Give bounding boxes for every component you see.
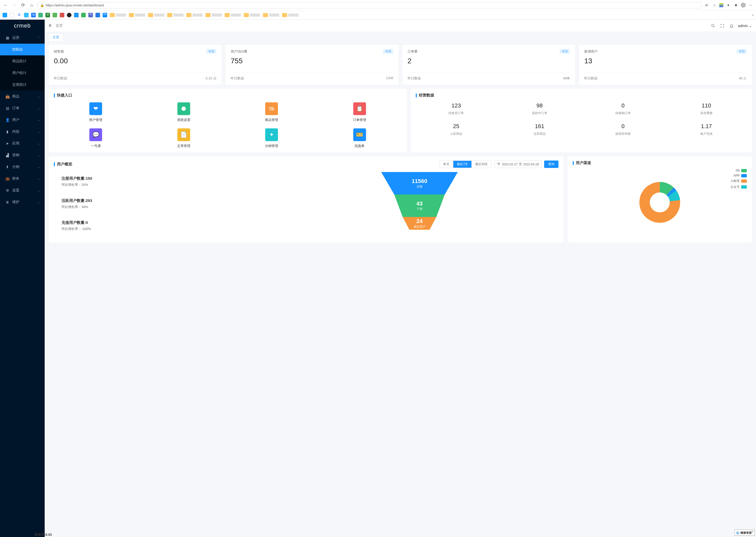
funnel-slice: 43下单: [394, 194, 445, 217]
biz-item[interactable]: 25上架商品: [416, 123, 497, 136]
bookmark-icon[interactable]: [3, 13, 7, 17]
bookmark-icon[interactable]: G: [17, 13, 21, 17]
date-range-input[interactable]: 2022-02-27 至 2022-03-28: [494, 161, 542, 168]
sidebar-item-商品[interactable]: 👜商品⌄: [0, 91, 45, 103]
bookmark-icon[interactable]: N: [88, 13, 93, 17]
bookmark-icon[interactable]: [10, 13, 14, 17]
bookmark-icon[interactable]: [38, 13, 43, 17]
favorite-icon[interactable]: ☆: [712, 2, 717, 8]
legend-item[interactable]: H5: [731, 169, 747, 172]
ext-1-icon[interactable]: [719, 3, 723, 7]
menu-icon[interactable]: ⋯: [748, 2, 753, 8]
user-overview-title: 用户概览: [54, 162, 72, 167]
bookmark-icon[interactable]: [60, 13, 64, 17]
biz-item[interactable]: 161仓库商品: [499, 123, 580, 136]
seg-昨天[interactable]: 昨天: [440, 161, 453, 168]
ext-3-icon[interactable]: ✚: [733, 2, 739, 8]
bookmark-icon[interactable]: [24, 13, 28, 17]
stat-title: 订单量: [408, 49, 418, 54]
bookmark-folder[interactable]: [186, 13, 203, 17]
sidebar-item-营销[interactable]: ▟营销⌄: [0, 149, 45, 161]
bookmark-icon[interactable]: [74, 13, 79, 17]
watermark-logo-icon: ‹|›: [736, 531, 739, 535]
biz-item[interactable]: 0提现待审核: [582, 123, 663, 136]
search-icon[interactable]: [708, 21, 718, 30]
bookmark-folder[interactable]: [205, 13, 222, 17]
sidebar: crm°eb ▦运营⌄控制台商品统计用户统计交易统计👜商品⌄▤订单⌄👤用户⌄▮内…: [0, 20, 45, 537]
sidebar-subitem-控制台[interactable]: 控制台: [0, 44, 45, 55]
stat-tag[interactable]: 今日: [560, 49, 570, 54]
bookmark-folder[interactable]: [282, 13, 299, 17]
bookmark-folder[interactable]: [110, 13, 126, 17]
sidebar-subitem-用户统计[interactable]: 用户统计: [0, 67, 45, 79]
biz-item[interactable]: 1.17账户充值: [666, 123, 747, 136]
ext-2-icon[interactable]: ✦: [725, 2, 731, 8]
grid-icon: ▦: [5, 36, 10, 40]
bookmark-folder[interactable]: [225, 13, 241, 17]
collapse-menu-icon[interactable]: ≡: [49, 23, 52, 28]
fullscreen-icon[interactable]: [718, 21, 727, 30]
bookmark-folder[interactable]: [167, 13, 184, 17]
sidebar-item-内容[interactable]: ▮内容⌄: [0, 126, 45, 138]
bookmark-icon[interactable]: 知: [31, 13, 36, 17]
sidebar-item-维护[interactable]: 🖥维护⌄: [0, 196, 45, 208]
bookmark-folder[interactable]: [129, 13, 146, 17]
quick-item-优惠券[interactable]: 🎫优惠券: [317, 128, 401, 148]
business-data-card: 经营数据 123待发货订单98退款中订单0待核销订单110库存预警25上架商品1…: [411, 89, 752, 152]
sidebar-item-设置[interactable]: ⚙设置⌄: [0, 185, 45, 196]
sidebar-subitem-交易统计[interactable]: 交易统计: [0, 79, 45, 91]
chevron-down-icon: ⌄: [37, 201, 40, 204]
seg-最近7天[interactable]: 最近7天: [453, 161, 472, 168]
quick-item-分销管理[interactable]: ✦分销管理: [230, 128, 314, 148]
bookmark-folder[interactable]: [263, 13, 279, 17]
tab-home[interactable]: 主页: [49, 33, 63, 41]
biz-item[interactable]: 110库存预警: [666, 103, 747, 115]
nav-home-icon[interactable]: ⌂: [28, 2, 35, 8]
sidebar-logo[interactable]: crm°eb: [0, 20, 45, 32]
quick-item-一号通[interactable]: 💬一号通: [54, 128, 138, 148]
stat-tag[interactable]: 今日: [383, 49, 393, 54]
avatar-icon[interactable]: [741, 3, 746, 8]
biz-item[interactable]: 123待发货订单: [416, 103, 497, 115]
sidebar-item-用户[interactable]: 👤用户⌄: [0, 114, 45, 126]
url-bar[interactable]: 🔒 https://admin.java.crmeb.net/dashboard: [37, 2, 701, 8]
read-aloud-icon[interactable]: A⁾: [704, 2, 710, 8]
quick-item-系统设置[interactable]: ⬣系统设置: [142, 103, 225, 122]
quick-item-订单管理[interactable]: 📋订单管理: [317, 103, 401, 122]
biz-item[interactable]: 98退款中订单: [499, 103, 580, 115]
query-button[interactable]: 查询: [544, 161, 559, 168]
stat-tag[interactable]: 今日: [206, 49, 216, 54]
seg-最近30天[interactable]: 最近30天: [472, 161, 491, 168]
bookmark-icon[interactable]: sf: [45, 13, 50, 17]
nav-back-icon[interactable]: ←: [3, 2, 9, 8]
breadcrumb: 首页: [56, 23, 63, 28]
bookmark-icon[interactable]: [96, 13, 100, 17]
stat-tag[interactable]: 今日: [736, 49, 747, 54]
legend-item[interactable]: 小程序: [731, 179, 747, 183]
sidebar-subitem-商品统计[interactable]: 商品统计: [0, 55, 45, 67]
legend-item[interactable]: APP: [731, 174, 747, 177]
sidebar-item-应用[interactable]: ➤应用⌄: [0, 138, 45, 149]
bell-icon[interactable]: [727, 21, 736, 30]
bookmark-icon[interactable]: On: [103, 13, 107, 17]
donut-chart: [638, 181, 682, 224]
quick-item-商品管理[interactable]: 🛍商品管理: [230, 103, 314, 122]
legend-item[interactable]: 公众号: [731, 185, 747, 189]
sidebar-item-财务[interactable]: 💼财务⌄: [0, 173, 45, 185]
biz-item[interactable]: 0待核销订单: [582, 103, 663, 115]
funnel-stat: 活跃用户数量:293环比增长率：34%: [62, 194, 275, 217]
bookmark-icon[interactable]: [53, 13, 57, 17]
sidebar-item-运营[interactable]: ▦运营⌄: [0, 32, 45, 44]
sidebar-item-订单[interactable]: ▤订单⌄: [0, 103, 45, 114]
sidebar-item-分销[interactable]: ⬆分销⌄: [0, 161, 45, 173]
bookmark-icon[interactable]: [67, 13, 71, 17]
bookmark-folder[interactable]: [148, 13, 165, 17]
bookmark-folder[interactable]: [244, 13, 260, 17]
quick-item-用户管理[interactable]: ❤用户管理: [54, 103, 138, 122]
bookmark-icon[interactable]: [81, 13, 86, 17]
bookmark-overflow-icon[interactable]: ›: [752, 13, 753, 17]
quick-item-文章管理[interactable]: 📄文章管理: [142, 128, 225, 148]
nav-refresh-icon[interactable]: ⟳: [20, 2, 26, 8]
user-menu[interactable]: admin ⌄: [738, 24, 752, 28]
send-icon: ➤: [5, 142, 10, 145]
